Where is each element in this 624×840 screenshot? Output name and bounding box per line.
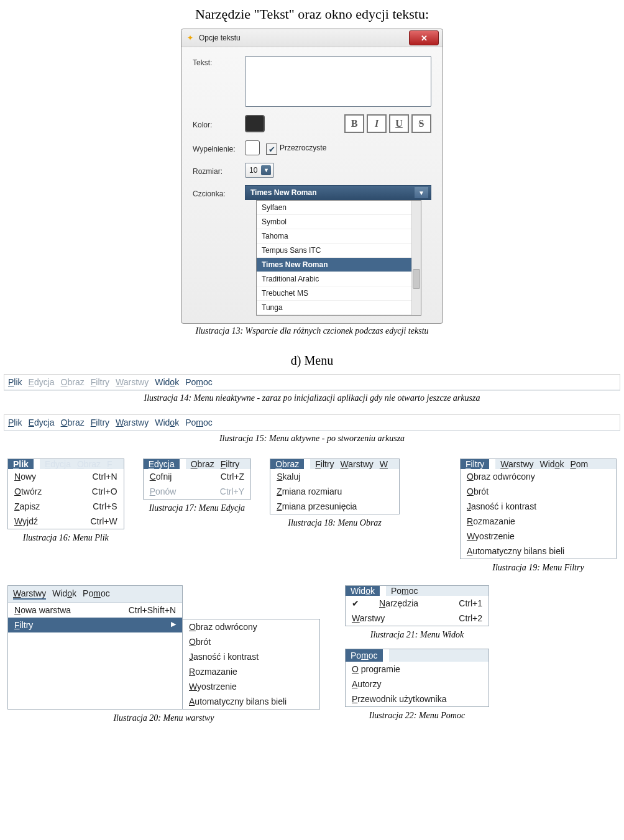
menu-item[interactable]: WyjdźCtrl+W <box>8 514 124 529</box>
menu-header-item[interactable]: Edycja <box>45 459 71 469</box>
menu-item[interactable]: Rozmazanie <box>461 514 616 529</box>
menubar-item[interactable]: Obraz <box>61 418 85 427</box>
menu-item[interactable]: ZapiszCtrl+S <box>8 499 124 514</box>
bold-button[interactable]: B <box>344 114 364 133</box>
menu-header-item[interactable]: Pomoc <box>351 651 378 660</box>
menu-item[interactable]: Nowa warstwaCtrl+Shift+N <box>8 603 182 618</box>
text-options-dialog: ✦ Opcje tekstu ✕ Tekst: Kolor: B I U S <box>181 29 443 324</box>
transparent-checkbox[interactable]: ✔ <box>266 144 277 155</box>
menu-warstwy: WarstwyWidokPomoc Nowa warstwaCtrl+Shift… <box>7 585 320 723</box>
menu-header-item[interactable]: Warstwy <box>341 459 374 469</box>
font-option[interactable]: Tunga <box>257 301 421 315</box>
menubar-item[interactable]: Warstwy <box>116 418 149 427</box>
menubar-inactive: PlikEdycjaObrazFiltryWarstwyWidokPomoc <box>4 374 620 391</box>
menu-header-item[interactable]: Warstwy <box>13 588 46 600</box>
size-select[interactable]: 10 ▼ <box>245 163 274 178</box>
chevron-right-icon: ▶ <box>171 620 176 630</box>
scroll-thumb[interactable] <box>413 269 420 289</box>
label-color: Kolor: <box>193 118 245 129</box>
menubar-item[interactable]: Widok <box>155 418 179 427</box>
menu-item[interactable]: Obrót <box>183 634 319 649</box>
menubar-item[interactable]: Pomoc <box>185 377 213 387</box>
menu-header-item[interactable]: Pom <box>570 459 588 469</box>
font-option[interactable]: Trebuchet MS <box>257 286 421 301</box>
menu-header-item[interactable]: Obraz <box>275 459 299 469</box>
menu-item[interactable]: Autorzy <box>346 677 489 692</box>
caption-19: Ilustracja 19: Menu Filtry <box>460 563 617 573</box>
menu-header-item[interactable]: Widok <box>540 459 564 469</box>
menu-edycja: EdycjaObrazFiltry CofnijCtrl+ZPonówCtrl+… <box>143 459 252 513</box>
menu-pomoc: Pomoc O programieAutorzyPrzewodnik użytk… <box>345 649 489 721</box>
menu-item[interactable]: NowyCtrl+N <box>8 469 124 484</box>
menu-header-item[interactable]: Filtry <box>315 459 334 469</box>
menu-item[interactable]: O programie <box>346 662 489 677</box>
text-input[interactable] <box>245 56 431 107</box>
dialog-titlebar[interactable]: ✦ Opcje tekstu ✕ <box>181 29 443 47</box>
menu-item[interactable]: Obraz odwrócony <box>183 619 319 634</box>
menu-item[interactable]: Automatyczny bilans bieli <box>183 694 319 709</box>
menu-item[interactable]: Obraz odwrócony <box>461 469 616 484</box>
label-size: Rozmiar: <box>193 165 245 176</box>
caption-18: Ilustracja 18: Menu Obraz <box>270 518 400 528</box>
font-dropdown[interactable]: SylfaenSymbolTahomaTempus Sans ITCTimes … <box>256 200 421 316</box>
menu-header-item[interactable]: Filtry <box>466 459 484 469</box>
menu-header-item[interactable]: F <box>107 459 112 469</box>
menu-header-item[interactable]: Obraz <box>77 459 101 469</box>
menubar-item[interactable]: Edycja <box>29 418 55 427</box>
menu-item[interactable]: Filtry▶ <box>8 618 182 632</box>
pin-icon: ✦ <box>185 33 195 43</box>
menu-header-item[interactable]: Warstwy <box>500 459 533 469</box>
menu-header-item[interactable]: Pomoc <box>391 586 418 596</box>
menubar-item[interactable]: Pomoc <box>185 418 213 427</box>
menubar-item[interactable]: Plik <box>8 418 22 427</box>
menu-item[interactable]: OtwórzCtrl+O <box>8 484 124 499</box>
font-option[interactable]: Sylfaen <box>257 201 421 215</box>
menu-header-item[interactable]: Filtry <box>221 459 239 469</box>
fill-swatch[interactable] <box>245 140 260 155</box>
menu-item[interactable]: Jasność i kontrast <box>183 649 319 664</box>
font-option[interactable]: Traditional Arabic <box>257 272 421 286</box>
font-option[interactable]: Tempus Sans ITC <box>257 244 421 258</box>
menu-header-item[interactable]: Widok <box>351 586 375 596</box>
menubar-item: Edycja <box>29 377 55 387</box>
size-value: 10 <box>249 166 257 175</box>
close-button[interactable]: ✕ <box>409 30 439 45</box>
menubar-item[interactable]: Plik <box>8 377 22 387</box>
menu-item[interactable]: Skaluj <box>270 469 399 484</box>
menu-item[interactable]: CofnijCtrl+Z <box>144 469 251 484</box>
color-swatch[interactable] <box>245 115 265 132</box>
scrollbar[interactable] <box>411 201 421 315</box>
menu-item[interactable]: Rozmazanie <box>183 664 319 679</box>
menu-item[interactable]: WarstwyCtrl+2 <box>346 611 489 626</box>
menu-header-item[interactable]: W <box>380 459 388 469</box>
menu-item[interactable]: Przewodnik użytkownika <box>346 692 489 706</box>
menubar-item[interactable]: Widok <box>155 377 179 387</box>
strike-button[interactable]: S <box>411 114 431 133</box>
italic-button[interactable]: I <box>367 114 387 133</box>
menu-header-item[interactable]: Pomoc <box>83 588 110 600</box>
label-transparent: Przezroczyste <box>280 144 326 152</box>
font-option[interactable]: Times New Roman <box>257 258 421 272</box>
menu-item[interactable]: Zmiana rozmiaru <box>270 484 399 499</box>
underline-button[interactable]: U <box>389 114 409 133</box>
menu-item[interactable]: Automatyczny bilans bieli <box>461 544 616 559</box>
menubar-item: Warstwy <box>116 377 149 387</box>
menu-item[interactable]: ✔NarzędziaCtrl+1 <box>346 596 489 611</box>
menu-item[interactable]: Wyostrzenie <box>461 529 616 544</box>
menu-header-item[interactable]: Widok <box>52 588 76 600</box>
font-option[interactable]: Symbol <box>257 215 421 229</box>
caption-13: Ilustracja 13: Wsparcie dla różnych czci… <box>0 326 624 336</box>
menu-header-item[interactable]: Plik <box>13 459 29 469</box>
menu-item[interactable]: Jasność i kontrast <box>461 499 616 514</box>
font-option[interactable]: Tahoma <box>257 229 421 244</box>
menu-item: PonówCtrl+Y <box>144 484 251 499</box>
menu-header-item[interactable]: Obraz <box>191 459 214 469</box>
menu-item[interactable]: Obrót <box>461 484 616 499</box>
caption-17: Ilustracja 17: Menu Edycja <box>143 503 252 513</box>
menu-item[interactable]: Wyostrzenie <box>183 679 319 694</box>
dialog-title: Opcje tekstu <box>199 34 241 42</box>
menubar-item[interactable]: Filtry <box>91 418 109 427</box>
menu-header-item[interactable]: Edycja <box>149 459 175 469</box>
menu-item[interactable]: Zmiana przesunięcia <box>270 499 399 514</box>
font-select[interactable]: Times New Roman ▼ <box>245 185 431 200</box>
